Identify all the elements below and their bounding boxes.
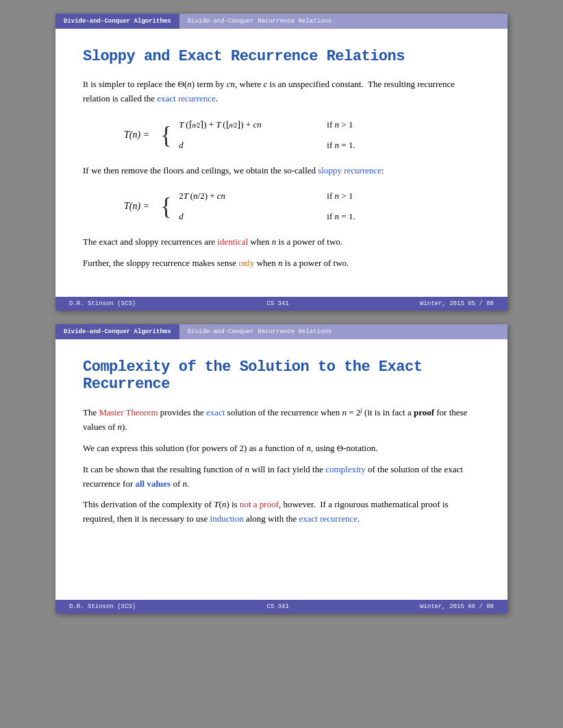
para1-n: n [187, 79, 192, 89]
footer-left-2: D.R. Stinson (SCS) [69, 603, 136, 610]
para4-notproof: not a proof [240, 499, 279, 509]
para3-all: all values [136, 478, 171, 489]
math1-case2-cond: if n = 1. [327, 136, 355, 154]
math2-cases: 2T (n/2) + cn if n > 1 d if n = 1. [179, 187, 355, 226]
header-left-1: Divide-and-Conquer Algorithms [55, 14, 179, 29]
math1-case2-expr: d [179, 136, 316, 154]
slide-1-title: Sloppy and Exact Recurrence Relations [83, 48, 480, 65]
para3-complexity: complexity [325, 464, 366, 474]
para1-exact: exact [206, 407, 225, 417]
footer-center-1: CS 341 [266, 300, 288, 307]
para1-exact: exact recurrence [157, 93, 216, 104]
math2-case1: 2T (n/2) + cn if n > 1 [179, 187, 355, 205]
math2-case1-expr: 2T (n/2) + cn [179, 187, 316, 205]
footer-center-2: CS 341 [266, 603, 288, 610]
math2-lhs: T(n) = [124, 197, 149, 216]
math2-case: T(n) = { 2T (n/2) + cn if n > 1 d if n =… [124, 187, 480, 226]
para3-identical: identical [217, 236, 248, 247]
math1-cases: T (⌈n⁄2⌉) + T (⌊n⁄2⌋) + cn if n > 1 d if… [179, 116, 355, 154]
slide-2-para2: We can express this solution (for powers… [83, 441, 480, 456]
para1-proof: proof [414, 407, 434, 417]
slide-2-body: Complexity of the Solution to the Exact … [55, 339, 508, 600]
para1-c: c [264, 79, 268, 89]
math1-brace: { [160, 123, 172, 147]
math2-case2-cond: if n = 1. [327, 208, 355, 226]
footer-right-2: Winter, 2015 66 / 88 [420, 603, 494, 610]
slide-2-para3: It can be shown that the resulting funct… [83, 463, 480, 492]
para1-cn: cn [227, 79, 235, 89]
para4-only: only [238, 258, 254, 268]
para1-master: Master Theorem [99, 407, 158, 417]
header-right-2: Divide-and-Conquer Recurrence Relations [179, 324, 508, 339]
slide-1-math2: T(n) = { 2T (n/2) + cn if n > 1 d if n =… [124, 187, 480, 226]
math1-case1-expr: T (⌈n⁄2⌉) + T (⌊n⁄2⌋) + cn [179, 116, 316, 134]
slide-1-para3: The exact and sloppy recurrences are ide… [83, 235, 480, 250]
para4-exact: exact recurrence [299, 513, 358, 524]
math1-case1-cond: if n > 1 [327, 116, 353, 134]
slide-1-math1: T(n) = { T (⌈n⁄2⌉) + T (⌊n⁄2⌋) + cn if n… [124, 116, 480, 154]
math1-case1: T (⌈n⁄2⌉) + T (⌊n⁄2⌋) + cn if n > 1 [179, 116, 355, 134]
footer-right-1: Winter, 2015 65 / 88 [420, 300, 494, 307]
math2-case2-expr: d [179, 208, 316, 226]
slide-2-para1: The Master Theorem provides the exact so… [83, 405, 480, 435]
slide-1: Divide-and-Conquer Algorithms Divide-and… [55, 14, 508, 311]
slide-2-header: Divide-and-Conquer Algorithms Divide-and… [55, 324, 508, 339]
slide-2: Divide-and-Conquer Algorithms Divide-and… [55, 324, 508, 614]
slide-1-para1: It is simpler to replace the Θ(n) term b… [83, 77, 480, 106]
footer-left-1: D.R. Stinson (SCS) [69, 300, 136, 307]
math2-case2: d if n = 1. [179, 208, 355, 226]
slide-2-footer: D.R. Stinson (SCS) CS 341 Winter, 2015 6… [55, 600, 508, 614]
slide-2-para4: This derivation of the complexity of T(n… [83, 498, 480, 526]
para2-sloppy: sloppy recurrence [318, 165, 381, 175]
slide-1-para4: Further, the sloppy recurrence makes sen… [83, 256, 480, 271]
math2-brace: { [160, 194, 172, 219]
slide-1-header: Divide-and-Conquer Algorithms Divide-and… [55, 14, 508, 29]
slide-1-body: Sloppy and Exact Recurrence Relations It… [55, 29, 508, 297]
math1-case: T(n) = { T (⌈n⁄2⌉) + T (⌊n⁄2⌋) + cn if n… [124, 116, 480, 154]
para4-induction: induction [210, 513, 244, 524]
math1-case2: d if n = 1. [179, 136, 355, 154]
header-left-2: Divide-and-Conquer Algorithms [55, 324, 179, 339]
slide-1-footer: D.R. Stinson (SCS) CS 341 Winter, 2015 6… [55, 297, 508, 311]
slide-1-para2: If we then remove the floors and ceiling… [83, 164, 480, 178]
math2-case1-cond: if n > 1 [327, 187, 353, 205]
math1-lhs: T(n) = [124, 125, 149, 145]
slide-2-title: Complexity of the Solution to the Exact … [83, 359, 480, 393]
header-right-1: Divide-and-Conquer Recurrence Relations [179, 14, 508, 29]
